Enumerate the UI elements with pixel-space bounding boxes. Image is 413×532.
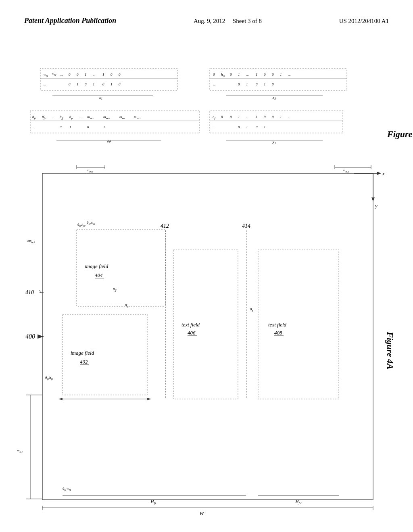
svg-text:mkn: mkn bbox=[119, 115, 125, 120]
svg-marker-127 bbox=[147, 398, 151, 400]
figure4b-label: Figure 4B bbox=[387, 129, 413, 139]
svg-text:0: 0 bbox=[272, 82, 274, 86]
svg-text:θp: θp bbox=[250, 307, 253, 312]
svg-text:1: 1 bbox=[256, 115, 258, 119]
svg-text:θf1hf1: θf1hf1 bbox=[45, 376, 53, 381]
x-axis-label: x bbox=[382, 170, 385, 177]
svg-text:0: 0 bbox=[111, 73, 113, 77]
svg-text:...: ... bbox=[246, 73, 249, 77]
svg-text:...: ... bbox=[60, 73, 63, 77]
svg-text:1: 1 bbox=[238, 115, 240, 119]
svg-text:0: 0 bbox=[256, 82, 258, 86]
svg-text:404: 404 bbox=[95, 272, 103, 278]
svg-text:ms,1: ms,1 bbox=[17, 448, 23, 453]
svg-text:0: 0 bbox=[69, 82, 71, 86]
svg-line-78 bbox=[40, 290, 41, 293]
svg-text:0: 0 bbox=[60, 125, 62, 129]
svg-text:1: 1 bbox=[93, 82, 95, 86]
svg-text:...: ... bbox=[213, 125, 215, 129]
svg-text:0: 0 bbox=[256, 125, 258, 129]
svg-text:θit: θit bbox=[125, 303, 129, 308]
y-axis-label: y bbox=[374, 203, 378, 209]
svg-text:W: W bbox=[200, 510, 204, 516]
svg-text:θff: θff bbox=[60, 115, 63, 120]
svg-text:0: 0 bbox=[87, 125, 89, 129]
svg-marker-126 bbox=[58, 398, 63, 400]
svg-text:0: 0 bbox=[272, 73, 274, 77]
svg-text:θf2wf2: θf2wf2 bbox=[87, 220, 96, 226]
matrix-x2-border bbox=[210, 69, 347, 91]
svg-text:0: 0 bbox=[230, 73, 232, 77]
svg-text:text field: text field bbox=[181, 322, 200, 328]
publication-title: Patent Application Publication bbox=[24, 16, 116, 25]
svg-text:0: 0 bbox=[119, 73, 121, 77]
svg-text:mkn1: mkn1 bbox=[87, 115, 94, 120]
svg-text:...: ... bbox=[32, 125, 35, 129]
svg-text:0: 0 bbox=[213, 73, 215, 77]
svg-text:0: 0 bbox=[230, 115, 232, 119]
svg-text:0: 0 bbox=[85, 82, 87, 86]
svg-text:...: ... bbox=[213, 82, 216, 86]
svg-text:θf1: θf1 bbox=[32, 115, 36, 120]
svg-text:1: 1 bbox=[264, 125, 266, 129]
svg-text:406: 406 bbox=[188, 330, 196, 336]
svg-text:0: 0 bbox=[69, 73, 71, 77]
svg-text:1: 1 bbox=[111, 82, 113, 86]
svg-text:θf2: θf2 bbox=[42, 115, 46, 120]
svg-text:...: ... bbox=[288, 73, 291, 77]
svg-text:mn,2: mn,2 bbox=[343, 168, 349, 173]
svg-text:1: 1 bbox=[69, 125, 71, 129]
main-diagram: Figure 4B wf1 wf2 ... 0 0 1 ... 1 0 0 ..… bbox=[0, 48, 413, 524]
svg-text:1: 1 bbox=[264, 82, 266, 86]
figure4a-label: Figure 4A bbox=[385, 331, 395, 370]
svg-text:θff: θff bbox=[113, 287, 117, 292]
svg-text:mkn2: mkn2 bbox=[103, 115, 110, 120]
svg-text:...: ... bbox=[44, 82, 46, 86]
svg-text:1: 1 bbox=[256, 73, 258, 77]
svg-text:1: 1 bbox=[280, 115, 282, 119]
svg-text:...: ... bbox=[93, 73, 96, 77]
svg-text:x2: x2 bbox=[272, 95, 276, 101]
ref-400: 400 bbox=[25, 333, 35, 340]
svg-text:0: 0 bbox=[264, 115, 266, 119]
svg-text:0: 0 bbox=[272, 115, 274, 119]
svg-text:1: 1 bbox=[246, 82, 248, 86]
svg-text:mkh2: mkh2 bbox=[134, 115, 141, 120]
svg-text:image field: image field bbox=[85, 263, 108, 269]
svg-text:image field: image field bbox=[71, 350, 94, 356]
publication-date: Aug. 9, 2012 bbox=[194, 18, 225, 24]
svg-text:0: 0 bbox=[119, 82, 121, 86]
svg-text:wf1: wf1 bbox=[44, 73, 48, 78]
svg-text:text field: text field bbox=[268, 322, 287, 328]
svg-text:θf2hf2: θf2hf2 bbox=[77, 222, 86, 228]
svg-text:0: 0 bbox=[221, 115, 223, 119]
svg-marker-110 bbox=[371, 197, 375, 202]
header-center: Aug. 9, 2012 Sheet 3 of 8 bbox=[194, 16, 262, 26]
svg-text:Θ: Θ bbox=[107, 139, 111, 144]
svg-text:0: 0 bbox=[264, 73, 266, 77]
patent-number: US 2012/204100 A1 bbox=[339, 16, 389, 26]
ref-412: 412 bbox=[161, 223, 169, 229]
svg-text:408: 408 bbox=[274, 330, 282, 336]
svg-text:hf2: hf2 bbox=[221, 73, 225, 78]
svg-text:...: ... bbox=[79, 115, 82, 119]
ref-414: 414 bbox=[242, 223, 250, 229]
matrix-theta-border bbox=[30, 111, 200, 133]
svg-text:402: 402 bbox=[80, 359, 88, 365]
svg-text:θp: θp bbox=[69, 115, 73, 120]
svg-text:x1: x1 bbox=[99, 95, 102, 101]
svg-text:1: 1 bbox=[85, 73, 87, 77]
matrix-y1-border bbox=[210, 111, 343, 133]
svg-text:θf1wf1: θf1wf1 bbox=[63, 486, 71, 492]
svg-text:msa,2: msa,2 bbox=[27, 239, 35, 244]
page-header: Patent Application Publication Aug. 9, 2… bbox=[24, 16, 389, 26]
svg-text:mb,k: mb,k bbox=[87, 168, 93, 173]
matrix-x1-border bbox=[40, 69, 177, 91]
svg-marker-108 bbox=[377, 172, 381, 175]
svg-text:0: 0 bbox=[77, 73, 79, 77]
svg-text:0: 0 bbox=[238, 125, 240, 129]
svg-text:1: 1 bbox=[77, 82, 79, 86]
sheet-info: Sheet 3 of 8 bbox=[233, 18, 262, 24]
ref-410: 410 bbox=[25, 289, 34, 295]
svg-text:1: 1 bbox=[238, 73, 240, 77]
